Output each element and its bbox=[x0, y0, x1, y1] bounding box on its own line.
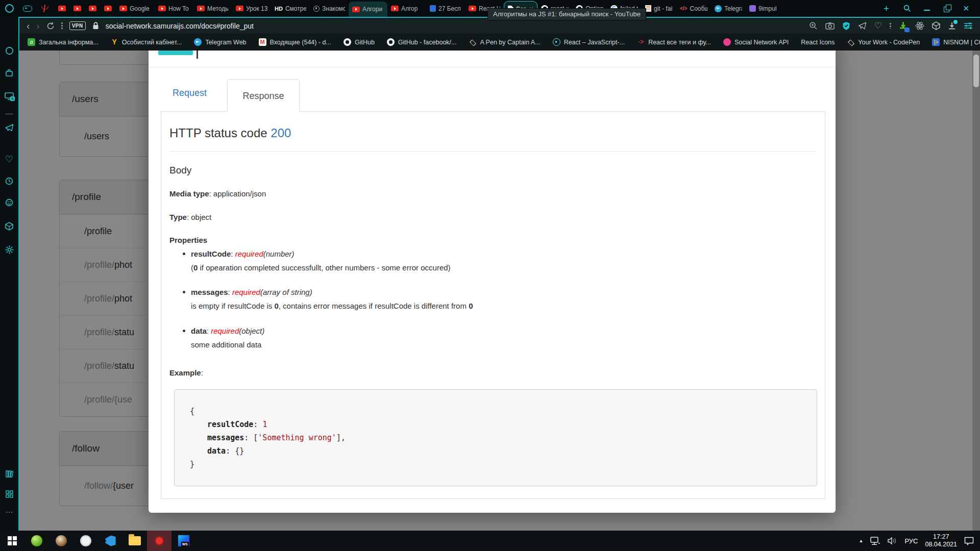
tab-urok13[interactable]: Урок 13. bbox=[232, 0, 271, 17]
dots-menu-icon[interactable] bbox=[61, 22, 63, 29]
volume-icon[interactable] bbox=[888, 537, 897, 545]
taskbar-app-vscode[interactable] bbox=[98, 531, 122, 551]
telegram-rail-icon[interactable] bbox=[0, 124, 18, 132]
bookmark-item[interactable]: React Icons bbox=[801, 39, 835, 46]
bullet-icon bbox=[183, 291, 185, 293]
forward-button[interactable]: › bbox=[36, 21, 39, 31]
apps-grid-icon[interactable] bbox=[0, 490, 18, 498]
example-label: Example bbox=[169, 368, 201, 377]
history-clock-icon[interactable] bbox=[0, 177, 18, 185]
bookmark-item[interactable]: Telegram Web bbox=[194, 38, 246, 46]
tab-27besp[interactable]: 27 Бесп bbox=[426, 0, 465, 17]
box-cube-icon[interactable] bbox=[0, 222, 18, 231]
library-books-icon[interactable] bbox=[0, 470, 18, 478]
tab-label: 9impulse bbox=[758, 5, 777, 12]
collapse-dash-icon[interactable]: — bbox=[0, 109, 18, 117]
tab-telegram[interactable]: Telegram bbox=[711, 0, 746, 17]
bookmark-item[interactable]: Загальна інформа... bbox=[28, 38, 99, 46]
vscode-icon bbox=[105, 536, 116, 546]
tab-label: Google bbox=[130, 5, 150, 12]
taskbar-app-webstorm[interactable] bbox=[172, 531, 196, 551]
lock-icon[interactable] bbox=[92, 22, 99, 30]
new-tab-button[interactable] bbox=[884, 5, 891, 12]
bookmark-item[interactable]: Your Work - CodePen bbox=[847, 38, 920, 46]
tab-9impulse[interactable]: 9impulse bbox=[746, 0, 780, 17]
tab-youtube-2[interactable] bbox=[70, 0, 85, 17]
y-yellow-icon bbox=[111, 38, 118, 46]
reload-button[interactable] bbox=[46, 22, 55, 30]
minimize-button[interactable] bbox=[923, 5, 931, 12]
alpha-green-icon bbox=[28, 38, 35, 46]
url-text[interactable]: social-network.samuraijs.com/docs#profil… bbox=[106, 22, 254, 30]
bookmark-item[interactable]: A Pen by Captain A... bbox=[469, 38, 540, 46]
tab-search-icon[interactable] bbox=[903, 5, 911, 12]
tab-soobshe[interactable]: Сообще bbox=[676, 0, 711, 17]
gamepad-icon[interactable] bbox=[23, 6, 32, 12]
zoom-icon[interactable] bbox=[809, 21, 818, 30]
tab-response-active[interactable]: Response bbox=[227, 79, 300, 112]
tab-google[interactable]: Google bbox=[116, 0, 155, 17]
taskbar-app-tor[interactable] bbox=[74, 531, 98, 551]
messenger-icon[interactable]: S bbox=[0, 92, 18, 100]
gear-icon[interactable] bbox=[0, 245, 18, 254]
screenshot-camera-icon[interactable] bbox=[825, 22, 835, 30]
notification-center-icon[interactable] bbox=[964, 537, 974, 545]
downloads-icon[interactable] bbox=[948, 22, 956, 30]
code-punct: : bbox=[253, 420, 262, 429]
share-send-icon[interactable] bbox=[858, 22, 867, 30]
bookmark-item[interactable]: React – JavaScript-... bbox=[553, 38, 625, 46]
start-button[interactable] bbox=[0, 531, 24, 551]
bookmark-item[interactable]: Входящие (544) - d... bbox=[259, 38, 331, 46]
bookmark-item[interactable]: Social Network API bbox=[723, 38, 789, 46]
github-icon bbox=[344, 38, 351, 46]
bookmark-item[interactable]: GitHub - facebook/... bbox=[387, 38, 457, 46]
tab-youtube-1[interactable] bbox=[55, 0, 70, 17]
mood-smiley-icon[interactable] bbox=[0, 198, 18, 207]
bookmark-item[interactable]: NISNOM | Сборник... bbox=[932, 38, 980, 46]
notification-badge: S bbox=[10, 96, 15, 101]
favorites-heart-icon[interactable]: ♡ bbox=[874, 20, 882, 31]
more-dots-icon[interactable]: ⋯ bbox=[0, 508, 18, 517]
tab-algoritmy-hovered[interactable]: Алгори bbox=[349, 2, 387, 17]
tab-znakomstvo[interactable]: Знакомс bbox=[310, 0, 349, 17]
tray-expand-icon[interactable] bbox=[859, 538, 863, 543]
extension-cube-icon[interactable] bbox=[932, 21, 940, 30]
tab-algor[interactable]: Алгор bbox=[387, 0, 426, 17]
tab-git-failed[interactable]: git - faile bbox=[642, 0, 676, 17]
close-button[interactable] bbox=[963, 5, 971, 12]
taskbar-app-explorer[interactable] bbox=[122, 531, 147, 551]
tray-clock[interactable]: 17:2708.04.2021 bbox=[925, 533, 957, 548]
shopping-bag-icon[interactable] bbox=[0, 69, 18, 77]
savefrom-extension-icon[interactable] bbox=[899, 21, 908, 30]
back-button[interactable]: ‹ bbox=[27, 21, 30, 31]
vpn-badge[interactable]: VPN bbox=[69, 21, 86, 30]
tab-request[interactable]: Request bbox=[173, 88, 207, 98]
code-value: 1 bbox=[262, 420, 267, 429]
tab-smotret[interactable]: Смотре bbox=[271, 0, 310, 17]
status-label: HTTP status code bbox=[169, 126, 271, 140]
tab-youtube-3[interactable] bbox=[85, 0, 101, 17]
tab-metody[interactable]: Методы bbox=[193, 0, 232, 17]
taskbar-app-green[interactable] bbox=[24, 531, 49, 551]
scrollbar-thumb[interactable] bbox=[973, 55, 979, 87]
tab-label: Алгори bbox=[362, 6, 382, 13]
taskbar-app-recorder[interactable] bbox=[147, 531, 172, 551]
voice-assistant-icon[interactable] bbox=[0, 46, 18, 55]
tab-howto[interactable]: How To bbox=[155, 0, 193, 17]
antenna-icon[interactable] bbox=[41, 5, 47, 12]
settings-sliders-icon[interactable] bbox=[964, 22, 973, 30]
page-scrollbar[interactable] bbox=[972, 51, 980, 531]
network-icon[interactable] bbox=[870, 537, 880, 545]
restore-button[interactable] bbox=[943, 5, 951, 12]
protect-shield-icon[interactable] bbox=[842, 21, 850, 30]
bookmark-item[interactable]: React все теги и фу... bbox=[637, 38, 711, 46]
favorites-heart-icon[interactable]: ♡ bbox=[0, 154, 18, 165]
keyboard-language[interactable]: РУС bbox=[904, 537, 918, 545]
bookmark-item[interactable]: Особистий кабінет... bbox=[111, 38, 182, 46]
browser-logo-icon[interactable] bbox=[5, 4, 14, 13]
windows-logo-icon bbox=[8, 536, 17, 545]
tab-youtube-4[interactable] bbox=[101, 0, 116, 17]
react-devtools-icon[interactable] bbox=[915, 21, 924, 30]
taskbar-app-compass[interactable] bbox=[49, 531, 74, 551]
bookmark-item[interactable]: GitHub bbox=[344, 38, 375, 46]
